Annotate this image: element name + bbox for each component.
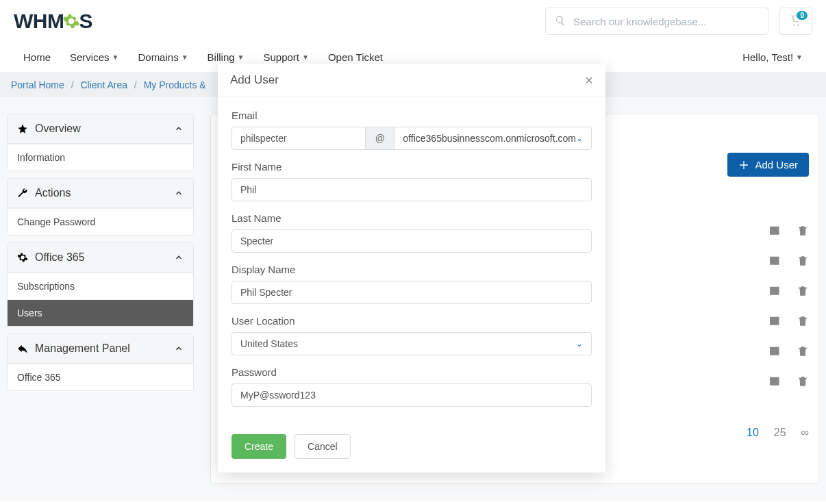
email-at: @	[366, 127, 395, 150]
chevron-up-icon	[174, 253, 184, 262]
reply-icon	[17, 343, 28, 354]
sidebar-item-change-password[interactable]: Change Password	[8, 208, 193, 235]
table-row	[768, 344, 809, 358]
user-card-icon[interactable]	[768, 254, 781, 268]
search-input[interactable]	[545, 8, 768, 35]
sidebar-item-users[interactable]: Users	[8, 299, 193, 326]
last-name-input[interactable]	[231, 229, 592, 253]
sidebar-item-information[interactable]: Information	[8, 144, 193, 171]
breadcrumb-portal-home[interactable]: Portal Home	[11, 79, 64, 90]
trash-icon[interactable]	[797, 375, 809, 388]
first-name-label: First Name	[231, 161, 592, 173]
plus-icon	[738, 160, 749, 171]
sidebar-item-mgmt-office365[interactable]: Office 365	[8, 364, 193, 390]
panel-actions: Actions Change Password	[7, 178, 194, 236]
chevron-down-icon: ⌄	[576, 339, 583, 349]
user-card-icon[interactable]	[768, 284, 781, 298]
last-name-label: Last Name	[231, 212, 592, 224]
email-local-input[interactable]	[231, 127, 366, 150]
modal-footer: Create Cancel	[218, 423, 605, 473]
gear-icon	[17, 252, 28, 263]
table-row	[768, 224, 809, 238]
modal-header: Add User ×	[218, 64, 605, 97]
gear-icon	[62, 12, 80, 30]
table-row	[768, 284, 809, 298]
modal-title: Add User	[230, 73, 279, 87]
panel-overview: Overview Information	[7, 114, 194, 171]
user-card-icon[interactable]	[768, 375, 781, 388]
logo-text-pre: WHM	[14, 10, 64, 33]
email-label: Email	[231, 110, 592, 121]
trash-icon[interactable]	[797, 314, 809, 328]
nav-greeting[interactable]: Hello, Test!▼	[733, 45, 812, 70]
panel-header-office365[interactable]: Office 365	[8, 243, 193, 273]
nav-home[interactable]: Home	[14, 45, 60, 70]
cancel-button[interactable]: Cancel	[295, 434, 351, 459]
table-row	[768, 375, 809, 388]
cart-badge: 0	[797, 11, 808, 20]
chevron-down-icon: ▼	[112, 53, 119, 61]
trash-icon[interactable]	[797, 224, 809, 238]
chevron-up-icon	[174, 344, 184, 353]
pager: 10 25 ∞	[747, 427, 809, 439]
breadcrumb-client-area[interactable]: Client Area	[80, 79, 127, 90]
first-name-input[interactable]	[231, 178, 592, 201]
chevron-up-icon	[174, 188, 184, 198]
breadcrumb-products[interactable]: My Products &	[144, 79, 206, 90]
user-rows	[768, 224, 809, 388]
password-input[interactable]	[231, 383, 592, 407]
close-icon[interactable]: ×	[585, 73, 593, 87]
display-name-label: Display Name	[231, 264, 592, 275]
chevron-down-icon: ▼	[182, 53, 188, 61]
star-icon	[17, 123, 28, 134]
chevron-down-icon: ▼	[302, 53, 309, 61]
nav-services[interactable]: Services▼	[60, 45, 128, 70]
trash-icon[interactable]	[797, 284, 809, 298]
table-row	[768, 314, 809, 328]
wrench-icon	[17, 188, 28, 199]
logo[interactable]: WHM S	[14, 10, 92, 33]
logo-text-post: S	[79, 10, 92, 33]
location-select[interactable]: United States ⌄	[231, 332, 592, 355]
create-button[interactable]: Create	[231, 434, 286, 459]
pager-infinity[interactable]: ∞	[801, 427, 809, 439]
user-card-icon[interactable]	[768, 344, 781, 358]
add-user-modal: Add User × Email @ office365businnesscom…	[218, 64, 605, 473]
sidebar-item-subscriptions[interactable]: Subscriptions	[8, 273, 193, 299]
pager-10[interactable]: 10	[747, 427, 759, 439]
location-label: User Location	[231, 315, 592, 327]
trash-icon[interactable]	[797, 254, 809, 268]
topbar: WHM S 0	[0, 0, 826, 42]
panel-header-overview[interactable]: Overview	[8, 114, 193, 144]
chevron-down-icon: ▼	[238, 53, 245, 61]
trash-icon[interactable]	[797, 344, 809, 358]
nav-domains[interactable]: Domains▼	[128, 45, 197, 70]
user-card-icon[interactable]	[768, 314, 781, 328]
chevron-up-icon	[174, 124, 184, 134]
add-user-button[interactable]: Add User	[727, 153, 809, 177]
email-domain-select[interactable]: office365businnesscom.onmicrosoft.com ⌄	[395, 127, 592, 150]
cart-button[interactable]: 0	[779, 8, 812, 35]
modal-body: Email @ office365businnesscom.onmicrosof…	[218, 97, 605, 423]
panel-header-management[interactable]: Management Panel	[8, 334, 193, 364]
user-card-icon[interactable]	[768, 224, 781, 238]
panel-management: Management Panel Office 365	[7, 333, 194, 391]
search-icon	[555, 15, 566, 26]
panel-header-actions[interactable]: Actions	[8, 179, 193, 208]
search-wrap	[545, 8, 768, 35]
panel-office365: Office 365 Subscriptions Users	[7, 242, 194, 327]
table-row	[768, 254, 809, 268]
display-name-input[interactable]	[231, 281, 592, 304]
pager-25[interactable]: 25	[774, 427, 786, 439]
chevron-down-icon: ▼	[796, 53, 803, 61]
sidebar: Overview Information Actions Change Pass…	[7, 114, 194, 501]
chevron-down-icon: ⌄	[576, 134, 583, 143]
password-label: Password	[231, 366, 592, 378]
